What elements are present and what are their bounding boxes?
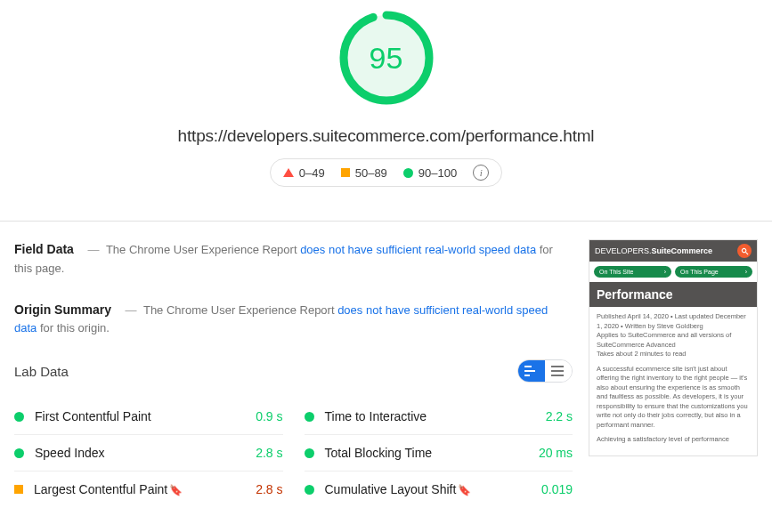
view-toggle [517,359,573,383]
origin-summary-section: Origin Summary — The Chrome User Experie… [14,300,573,339]
svg-rect-6 [551,370,564,372]
triangle-icon [283,168,294,177]
lab-data-title: Lab Data [14,364,69,379]
score-legend: 0–49 50–89 90–100 i [270,158,502,187]
metric-row: Total Blocking Time20 ms [305,435,573,472]
view-collapsed-button[interactable] [545,360,572,382]
bookmark-icon: 🔖 [458,484,471,496]
collapsed-view-icon [551,366,565,376]
metric-value: 2.8 s [256,446,282,460]
metric-row: First Contentful Paint0.9 s [14,399,283,435]
square-icon [341,168,350,177]
legend-avg: 50–89 [341,166,387,180]
info-icon[interactable]: i [473,165,489,181]
metric-name: Total Blocking Time [325,446,539,460]
preview-para-1: A successful ecommerce site isn't just a… [597,365,750,431]
svg-rect-2 [524,366,532,367]
svg-line-9 [745,252,748,254]
status-icon [305,448,314,458]
preview-para-2: Achieving a satisfactory level of perfor… [597,435,750,445]
metric-name: Largest Contentful Paint🔖 [34,482,256,496]
page-screenshot-preview: DEVELOPERS.SuiteCommerce On This Site› O… [589,239,758,456]
preview-logo: DEVELOPERS.SuiteCommerce [595,246,712,255]
field-data-title: Field Data [14,242,74,256]
status-icon [14,412,24,422]
legend-good: 90–100 [403,166,457,180]
metric-name: Speed Index [35,446,256,460]
metric-row: Largest Contentful Paint🔖2.8 s [14,472,283,507]
status-icon [305,485,314,495]
score-gauge: 95 [337,9,435,107]
metric-value: 20 ms [539,446,573,460]
metric-name: Time to Interactive [325,409,546,423]
metric-value: 2.2 s [546,409,573,423]
svg-rect-7 [551,375,564,376]
metric-value: 0.019 [541,482,573,496]
svg-rect-4 [524,375,530,376]
metric-row: Time to Interactive2.2 s [305,399,573,435]
metric-value: 2.8 s [256,482,282,496]
field-data-link[interactable]: does not have sufficient real-world spee… [300,243,536,256]
score-value: 95 [337,9,435,107]
preview-search-icon [737,244,752,258]
tested-url: https://developers.suitecommerce.com/per… [0,126,772,146]
preview-pill-site: On This Site› [594,266,671,278]
expanded-view-icon [524,366,539,376]
bookmark-icon: 🔖 [169,484,183,496]
metric-row: Speed Index2.8 s [14,435,283,472]
status-icon [305,412,314,422]
svg-rect-5 [551,366,564,367]
svg-rect-3 [524,370,535,372]
metric-value: 0.9 s [256,409,282,423]
view-expanded-button[interactable] [518,360,545,382]
status-icon [14,448,24,458]
preview-meta: Published April 14, 2020 • Last updated … [597,312,750,359]
field-data-section: Field Data — The Chrome User Experience … [14,239,573,278]
preview-pill-page: On This Page› [675,266,752,278]
status-icon [14,485,23,494]
circle-icon [403,168,413,178]
svg-point-8 [742,248,746,253]
metric-name: First Contentful Paint [35,409,256,423]
origin-summary-title: Origin Summary [14,302,111,317]
legend-poor: 0–49 [283,166,325,180]
preview-page-title: Performance [589,282,757,307]
metric-name: Cumulative Layout Shift🔖 [325,482,541,496]
metric-row: Cumulative Layout Shift🔖0.019 [305,472,573,507]
